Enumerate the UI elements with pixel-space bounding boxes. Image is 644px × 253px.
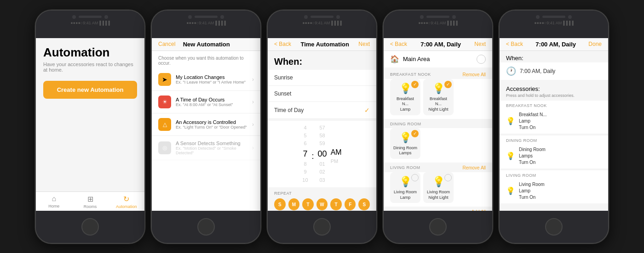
breakfast-label: BREAKFAST NOOK [390, 72, 431, 77]
time-2: 9:41 AM [199, 21, 214, 25]
back-button-3[interactable]: < Back [274, 41, 291, 47]
back-button-5[interactable]: < Back [506, 41, 523, 47]
summary-dining-lamps: 💡 Dining RoomLampsTurn On [500, 144, 608, 169]
home-button-1[interactable] [81, 218, 99, 236]
section-breakfast: BREAKFAST NOOK Remove All [384, 69, 492, 79]
day-monday[interactable]: M [288, 198, 300, 210]
time-picker[interactable]: 4 5 6 7 8 9 10 : 57 58 59 00 01 [268, 121, 376, 188]
section-dining: DINING ROOM [384, 119, 492, 128]
day-saturday[interactable]: S [358, 198, 370, 210]
back-button-4[interactable]: < Back [390, 41, 407, 47]
time-1: 9:41 AM [83, 21, 98, 25]
done-button[interactable]: Done [588, 41, 602, 47]
main-area-toggle[interactable] [477, 55, 486, 64]
when-section: When: [268, 51, 376, 70]
accessories-hint: Press and hold to adjust accessories. [500, 93, 608, 101]
speaker-1 [79, 16, 102, 18]
time-text: A Time of Day Occurs Ex. "At 8:00 AM" or… [176, 97, 247, 107]
accessory-subtitle: Ex. "Light Turns On" or "Door Opened" [176, 125, 247, 129]
day-tuesday[interactable]: T [302, 198, 314, 210]
chevron-right-icon-3: › [252, 121, 254, 128]
dining-lamps[interactable]: ✓ 💡 Dining RoomLamps [390, 128, 420, 159]
day-wednesday[interactable]: W [316, 198, 328, 210]
ampm-picker[interactable]: AM PM [331, 148, 342, 164]
living-nightlight[interactable]: 💡 Living RoomNight Light [423, 172, 454, 203]
minutes-picker[interactable]: 57 58 59 00 01 02 03 [318, 124, 327, 184]
home-button-5[interactable] [545, 218, 563, 236]
remove-all-living[interactable]: Remove All [462, 165, 486, 170]
tab-automation[interactable]: ↻ Automation [108, 192, 144, 211]
tab-rooms[interactable]: ⊞ Rooms [72, 192, 109, 211]
section-living: LIVING ROOM Remove All [384, 163, 492, 172]
battery-2: ▐▐▐▐ [214, 21, 226, 25]
tab-automation-label: Automation [116, 204, 137, 209]
s2-subtitle: Choose when you want this automation to … [152, 51, 260, 68]
summary-living: LIVING ROOM 💡 Living RoomLampTurn On [500, 170, 608, 203]
repeat-label: REPEAT [274, 191, 370, 196]
add-all-master[interactable]: Add All [472, 209, 486, 210]
dining-name: Dining RoomLamps [393, 146, 417, 156]
day-thursday[interactable]: T [330, 198, 342, 210]
next-button-3[interactable]: Next [358, 41, 370, 47]
screen-4: < Back 7:00 AM, Daily Next 🏠 Main Area B… [384, 38, 492, 211]
main-area-left: 🏠 Main Area [390, 55, 430, 63]
nightlight-icon: 💡 [432, 83, 445, 95]
list-item-sensor[interactable]: ◎ A Sensor Detects Something Ex. "Motion… [152, 136, 260, 160]
sensor-2 [220, 15, 224, 19]
option-timeofday[interactable]: Time of Day ✓ [268, 102, 376, 119]
living-nightlight-icon: 💡 [432, 176, 445, 188]
signal-2: ●●●●○ [186, 21, 199, 25]
breakfast-lamp[interactable]: ✓ 💡 Breakfast N...Lamp [390, 79, 420, 115]
cancel-button[interactable]: Cancel [158, 41, 175, 47]
breakfast-nightlight[interactable]: ✓ 💡 Breakfast N...Night Light [423, 79, 454, 115]
tab-home[interactable]: ⌂ Home [36, 192, 72, 211]
day-friday[interactable]: F [345, 198, 356, 210]
camera-4 [420, 15, 424, 19]
sensor-title: A Sensor Detects Something [176, 141, 247, 146]
sensor-3 [336, 15, 340, 19]
camera-5 [536, 15, 540, 19]
check-icon-2: ✓ [444, 81, 452, 88]
home-button-2[interactable] [197, 218, 215, 236]
location-subtitle: Ex. "I Leave Home" or "I Arrive Home" [176, 80, 247, 84]
speaker-4 [426, 16, 449, 18]
living-lamp-name: Living RoomLamp [394, 190, 417, 200]
remove-all-breakfast[interactable]: Remove All [462, 72, 486, 77]
day-sunday[interactable]: S [274, 198, 286, 210]
sensor-subtitle: Ex. "Motion Detected" or "Smoke Detected… [176, 146, 247, 155]
lamp-icon: 💡 [399, 83, 412, 95]
chevron-right-icon-2: › [252, 99, 254, 105]
repeat-section: REPEAT S M T W T F S Every Day [268, 187, 376, 210]
battery-3: ▐▐▐▐ [330, 21, 342, 25]
home-button-4[interactable] [429, 218, 447, 236]
summary-breakfast-lamp: 💡 Breakfast N...LampTurn On [500, 109, 608, 134]
location-icon: ➤ [158, 73, 171, 86]
create-automation-button[interactable]: Create new Automation [43, 81, 137, 99]
s5-lamp-icon: 💡 [506, 117, 515, 125]
when-title: When: [274, 56, 370, 67]
hours-picker[interactable]: 4 5 6 7 8 9 10 [302, 124, 308, 184]
nav-title-5: 7:00 AM, Daily [535, 41, 576, 48]
next-button-4[interactable]: Next [474, 41, 486, 47]
master-label: MASTER BEDROOM [390, 210, 433, 211]
s5-content: When: 🕐 7:00 AM, Daily Accessories: Pres… [500, 51, 608, 211]
main-area-row: 🏠 Main Area [384, 51, 492, 67]
status-bar-2: ●●●●○ 9:41 AM ▐▐▐▐ [180, 19, 232, 27]
list-item-location[interactable]: ➤ My Location Changes Ex. "I Leave Home"… [152, 68, 260, 91]
home-button-3[interactable] [313, 218, 331, 236]
list-item-time[interactable]: ☀ A Time of Day Occurs Ex. "At 8:00 AM" … [152, 91, 260, 113]
signal-4: ●●●●○ [418, 21, 431, 25]
phone-5: ●●●●○ 9:41 AM ▐▐▐▐ < Back 7:00 AM, Daily… [499, 10, 609, 244]
summary-living-label: LIVING ROOM [500, 170, 608, 179]
living-nightlight-name: Living RoomNight Light [427, 190, 450, 200]
time-title: A Time of Day Occurs [176, 97, 247, 102]
phone-3: ●●●●○ 9:41 AM ▐▐▐▐ < Back Time Automatio… [267, 10, 377, 244]
option-sunset[interactable]: Sunset [268, 86, 376, 102]
dining-label: DINING ROOM [390, 122, 421, 126]
list-item-accessory[interactable]: △ An Accessory is Controlled Ex. "Light … [152, 113, 260, 136]
option-sunrise[interactable]: Sunrise [268, 70, 376, 86]
time-3: 9:41 AM [315, 21, 330, 25]
living-lamp[interactable]: 💡 Living RoomLamp [390, 172, 420, 203]
s4-content: 🏠 Main Area BREAKFAST NOOK Remove All ✓ … [384, 51, 492, 211]
phone-top-5: ●●●●○ 9:41 AM ▐▐▐▐ [500, 11, 608, 38]
